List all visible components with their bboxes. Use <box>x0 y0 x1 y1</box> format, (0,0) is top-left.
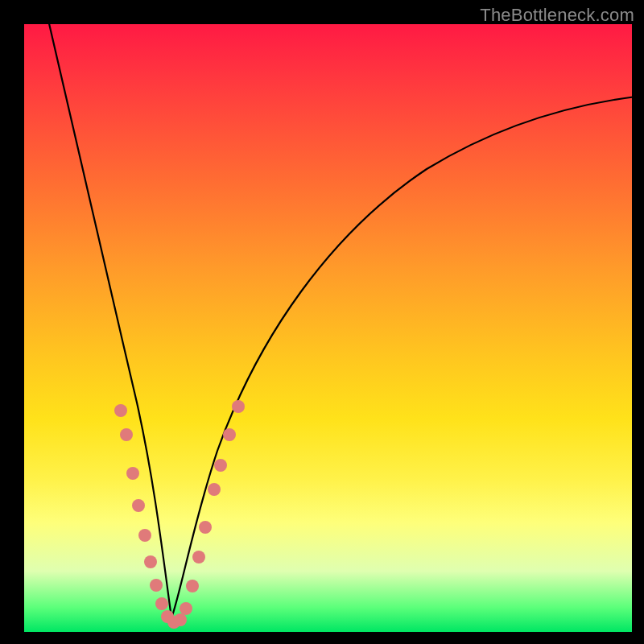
data-dot <box>155 597 168 610</box>
plot-area <box>24 24 632 632</box>
data-dot <box>208 483 221 496</box>
data-dot <box>186 580 199 592</box>
data-dot <box>132 499 145 512</box>
data-dot <box>192 551 205 564</box>
curve-svg <box>24 24 632 632</box>
chart-frame: TheBottleneck.com <box>0 0 644 644</box>
data-dot <box>138 529 151 542</box>
bottleneck-curve-right <box>171 97 636 618</box>
data-dot <box>120 428 133 441</box>
data-dot <box>150 579 163 592</box>
data-dot <box>214 459 227 472</box>
data-dot <box>223 428 236 441</box>
data-dot <box>174 613 187 626</box>
data-dot <box>232 400 245 413</box>
data-dot <box>126 467 139 480</box>
data-dot <box>180 602 192 615</box>
data-dot <box>114 404 127 417</box>
data-dot <box>199 521 212 534</box>
watermark: TheBottleneck.com <box>480 5 634 26</box>
bottleneck-curve-left <box>48 20 171 618</box>
data-dot <box>144 555 157 568</box>
